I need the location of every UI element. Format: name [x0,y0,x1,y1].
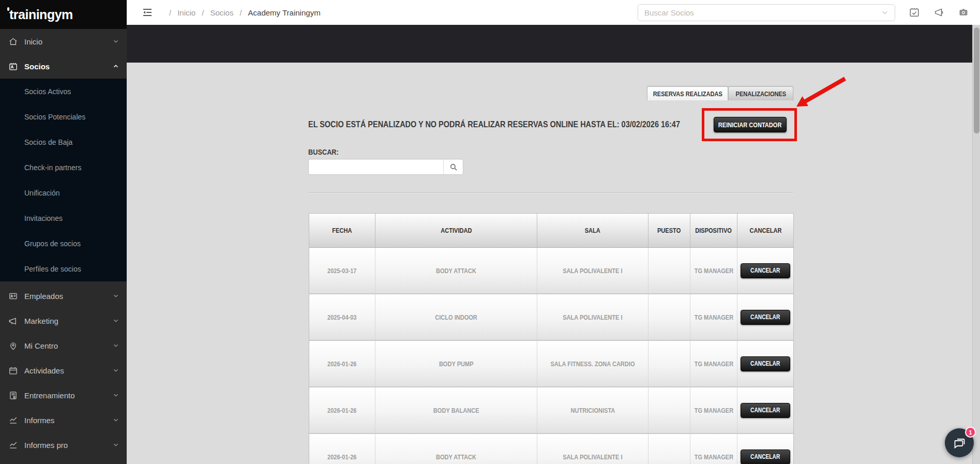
breadcrumb-socios[interactable]: Socios [210,8,233,17]
cell-dispositivo: TG MANAGER [690,434,737,464]
cell-actividad: BODY ATTACK [375,248,537,293]
megaphone-icon[interactable] [933,7,945,18]
buscar-label: BUSCAR: [308,147,344,156]
sidebar-item-label: Empleados [24,292,112,301]
chevron-up-icon [112,63,119,70]
member-search-placeholder: Buscar Socios [644,8,881,17]
sidebar-item-informes-pro[interactable]: Informes pro [0,432,127,457]
camera-icon[interactable] [958,7,969,18]
cell-fecha: 2026-01-26 [309,341,375,386]
sidebar-item-informes[interactable]: Informes [0,408,127,432]
cancelar-button[interactable]: CANCELAR [741,263,790,278]
cell-cancelar: CANCELAR [737,248,793,293]
page-header-band [127,25,980,63]
cell-puesto [649,341,690,386]
tabs: RESERVAS REALIZADAS PENALIZACIONES [647,86,793,100]
cell-cancelar: CANCELAR [737,341,793,386]
cell-dispositivo: TG MANAGER [690,387,737,433]
sidebar-item-empleados[interactable]: Empleados [0,283,127,308]
submenu-item-grupos-de-socios[interactable]: Grupos de socios [0,231,127,256]
cancelar-button[interactable]: CANCELAR [741,450,790,464]
tab-reservas-realizadas[interactable]: RESERVAS REALIZADAS [647,86,728,100]
member-search-combobox[interactable]: Buscar Socios [638,4,895,21]
topbar-actions: Buscar Socios [638,4,969,21]
cancelar-button[interactable]: CANCELAR [741,403,790,418]
sidebar-item-mi-centro[interactable]: Mi Centro [0,333,127,358]
sidebar-item-label: Mi Centro [24,341,112,350]
cell-actividad: BODY ATTACK [375,434,537,464]
calendar-icon [8,366,18,376]
cell-cancelar: CANCELAR [737,434,793,464]
submenu-item-invitaciones[interactable]: Invitaciones [0,205,127,231]
cell-actividad: BODY PUMP [375,341,537,386]
penalty-message: EL SOCIO ESTÁ PENALIZADO Y NO PODRÁ REAL… [308,119,746,130]
sidebar-item-label: Actividades [24,366,112,375]
brand-name: trainingym [9,7,73,22]
sidebar-item-entrenamiento[interactable]: Entrenamiento [0,383,127,408]
sidebar-item-actividades[interactable]: Actividades [0,358,127,383]
chevron-down-icon [112,342,119,349]
cancelar-button[interactable]: CANCELAR [741,310,790,325]
submenu-item-unificacion[interactable]: Unificación [0,180,127,205]
cell-fecha: 2026-01-26 [309,387,375,433]
breadcrumb-inicio[interactable]: Inicio [177,8,195,17]
sidebar-item-inicio[interactable]: Inicio [0,29,127,54]
calendar-check-icon[interactable] [909,7,920,18]
table-row: 2025-03-17 BODY ATTACK SALA POLIVALENTE … [309,248,793,294]
chevron-down-icon [112,317,119,324]
sidebar-item-label: Inicio [24,37,112,46]
column-header-cancelar: CANCELAR [737,214,793,247]
annotation-arrow [783,76,980,125]
logo-mark [7,7,9,11]
submenu-item-check-in-partners[interactable]: Check-in partners [0,155,127,180]
column-header-actividad: ACTIVIDAD [375,214,537,247]
chart-icon [8,440,18,450]
scrollbar-thumb[interactable] [974,27,979,133]
breadcrumb-current: Academy Trainingym [248,8,321,17]
chevron-down-icon [881,9,888,16]
column-header-dispositivo: DISPOSITIVO [690,214,737,247]
breadcrumb-separator: / [239,8,242,17]
chat-badge: 1 [965,427,976,438]
content: RESERVAS REALIZADAS PENALIZACIONES EL SO… [127,63,980,464]
table-row: 2025-04-03 CICLO INDOOR SALA POLIVALENTE… [309,294,793,341]
brand-logo[interactable]: trainingym [0,0,127,29]
megaphone-icon [8,316,18,326]
sidebar-item-label: Marketing [24,317,112,325]
sidebar-nav: Inicio Socios Socios Activos Socios Pote… [0,29,127,457]
tab-penalizaciones[interactable]: PENALIZACIONES [728,86,793,100]
badge-icon [8,291,18,301]
cell-cancelar: CANCELAR [737,387,793,433]
scrollbar[interactable] [972,25,980,464]
submenu-item-perfiles-de-socios[interactable]: Perfiles de socios [0,256,127,281]
cell-sala: SALA POLIVALENTE I [537,294,649,340]
cell-fecha: 2025-04-03 [309,294,375,340]
cancelar-button[interactable]: CANCELAR [741,356,790,371]
cell-dispositivo: TG MANAGER [690,248,737,293]
submenu-item-socios-activos[interactable]: Socios Activos [0,79,127,104]
column-header-fecha: FECHA [309,214,375,247]
cell-actividad: CICLO INDOOR [375,294,537,340]
tab-label: PENALIZACIONES [735,90,786,98]
reservations-table: FECHA ACTIVIDAD SALA PUESTO DISPOSITIVO … [309,213,794,464]
socios-submenu: Socios Activos Socios Potenciales Socios… [0,79,127,281]
sidebar-item-socios[interactable]: Socios [0,54,127,79]
sidebar-item-label: Entrenamiento [24,391,112,400]
submenu-item-socios-de-baja[interactable]: Socios de Baja [0,129,127,155]
sidebar-item-label: Informes pro [24,441,112,450]
submenu-item-socios-potenciales[interactable]: Socios Potenciales [0,104,127,129]
search-input[interactable] [309,159,443,174]
breadcrumb: / Inicio / Socios / Academy Trainingym [169,8,321,17]
chat-button[interactable]: 1 [945,428,974,457]
search-icon[interactable] [443,159,463,174]
chat-icon [952,436,967,450]
column-header-puesto: PUESTO [649,214,690,247]
table-header-row: FECHA ACTIVIDAD SALA PUESTO DISPOSITIVO … [309,214,793,248]
sidebar-item-marketing[interactable]: Marketing [0,308,127,333]
reiniciar-contador-button[interactable]: REINICIAR CONTADOR [714,117,787,132]
menu-collapse-icon[interactable] [141,7,154,18]
chart-icon [8,415,18,425]
chevron-down-icon [112,292,119,300]
column-header-sala: SALA [537,214,649,247]
app-window: trainingym Inicio Socios [0,0,980,464]
